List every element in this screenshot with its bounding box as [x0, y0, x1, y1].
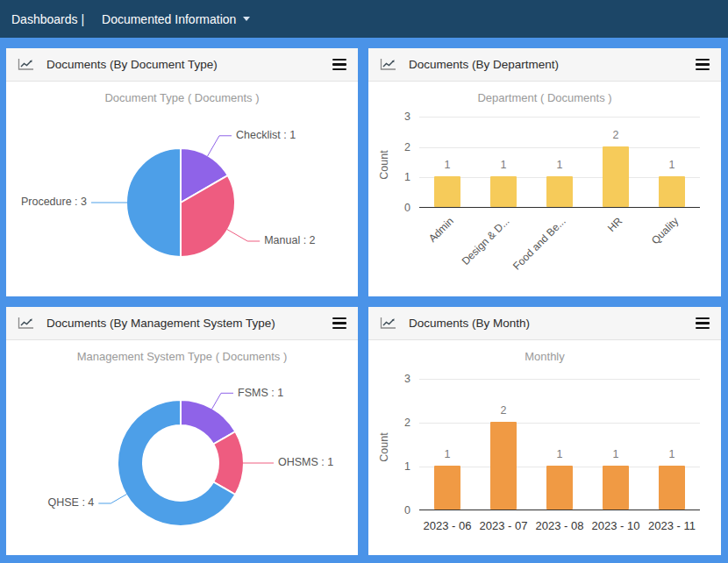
bar-value-label: 1 — [594, 448, 638, 460]
panel-documents-by-month: Documents (By Month) MonthlyCount0123120… — [368, 307, 721, 555]
bar[interactable] — [490, 176, 517, 207]
panel-header: Documents (By Document Type) — [6, 48, 358, 82]
chart-title: Monthly — [368, 350, 721, 363]
y-tick-label: 0 — [381, 201, 410, 215]
y-tick-label: 0 — [381, 503, 410, 517]
hamburger-menu-icon[interactable] — [696, 56, 710, 73]
panel-documents-by-management-system-type: Documents (By Management System Type) Ma… — [6, 307, 358, 555]
nav-dropdown-label: Documented Information — [102, 12, 236, 26]
y-tick-label: 1 — [381, 170, 410, 184]
pie-callout-line — [212, 393, 234, 409]
panel-title: Documents (By Document Type) — [46, 58, 218, 71]
x-tick-label-text: Quality — [649, 215, 681, 246]
bar[interactable] — [434, 176, 460, 207]
line-chart-icon — [380, 58, 396, 71]
chart-department-bar: Department ( Documents )Count01231Admin1… — [368, 82, 721, 296]
pie-svg: FSMS : 1OHSMS : 1QHSE : 4 — [6, 340, 358, 554]
panel-documents-by-department: Documents (By Department) Department ( D… — [368, 48, 721, 296]
x-tick-label: 2023 - 07 — [475, 519, 532, 532]
bar-value-label: 1 — [650, 448, 694, 460]
bar-value-label: 1 — [538, 448, 582, 460]
bar-value-label: 1 — [538, 159, 582, 171]
x-tick-label: 2023 - 06 — [419, 519, 475, 532]
chart-title: Department ( Documents ) — [368, 91, 721, 104]
pie-callout-label: QHSE : 4 — [48, 496, 95, 509]
y-tick-label: 3 — [381, 372, 410, 386]
hamburger-menu-icon[interactable] — [332, 315, 346, 331]
bar[interactable] — [434, 466, 460, 510]
gridline — [419, 379, 700, 380]
pie-callout-label: Procedure : 3 — [21, 196, 87, 208]
panel-title: Documents (By Department) — [409, 58, 559, 71]
line-chart-icon — [380, 317, 396, 330]
y-tick-label: 1 — [381, 460, 410, 474]
caret-down-icon — [243, 17, 250, 21]
chart-management-system-donut: Management System Type ( Documents )FSMS… — [6, 340, 358, 554]
y-tick-label: 3 — [381, 110, 410, 124]
y-tick-label: 2 — [381, 416, 410, 430]
x-tick-label: 2023 - 08 — [532, 519, 588, 532]
gridline — [419, 147, 700, 148]
y-axis-title-text: Count — [378, 432, 390, 461]
bar[interactable] — [659, 466, 685, 510]
nav-documented-information-dropdown[interactable]: Documented Information — [102, 12, 250, 26]
bar[interactable] — [659, 176, 685, 207]
pie-svg: Checklist : 1Manual : 2Procedure : 3 — [6, 82, 358, 296]
x-tick-label-text: HR — [605, 215, 625, 234]
bar-value-label: 2 — [482, 404, 525, 417]
bar-value-label: 1 — [650, 159, 694, 171]
gridline — [419, 423, 700, 424]
panel-header: Documents (By Department) — [368, 48, 721, 82]
hamburger-menu-icon[interactable] — [696, 315, 710, 331]
x-tick-label-text: Design & D... — [460, 215, 512, 267]
pie-callout-line — [98, 495, 126, 504]
bar[interactable] — [603, 466, 629, 510]
y-tick-label: 2 — [381, 140, 410, 154]
pie-callout-label: OHSMS : 1 — [278, 456, 333, 468]
x-tick-label-text: Food and Be... — [510, 215, 568, 273]
pie-callout-line — [208, 136, 232, 156]
bar-value-label: 1 — [482, 159, 525, 171]
chart-document-type-pie: Document Type ( Documents )Checklist : 1… — [6, 82, 358, 296]
pie-callout-label: Manual : 2 — [264, 234, 315, 246]
pie-callout-label: Checklist : 1 — [236, 129, 296, 141]
pie-callout-line — [227, 230, 260, 242]
pie-slice[interactable] — [126, 148, 181, 257]
bar[interactable] — [490, 422, 517, 510]
panel-documents-by-document-type: Documents (By Document Type) Document Ty… — [6, 48, 358, 296]
chart-monthly-bar: MonthlyCount012312023 - 0622023 - 071202… — [368, 340, 721, 554]
line-chart-icon — [18, 317, 34, 330]
line-chart-icon — [18, 58, 34, 71]
hamburger-menu-icon[interactable] — [332, 56, 346, 73]
pie-callout-label: FSMS : 1 — [238, 387, 283, 399]
dashboard-page: Dashboards | Documented Information Docu… — [0, 0, 728, 563]
x-tick-label: 2023 - 11 — [644, 519, 700, 532]
bar[interactable] — [603, 146, 629, 207]
bar[interactable] — [546, 466, 573, 510]
panel-title: Documents (By Month) — [409, 317, 530, 330]
bar-plot-area: 01231Admin1Design & D...1Food and Be...2… — [419, 117, 700, 208]
x-tick-label: 2023 - 10 — [588, 519, 644, 532]
panel-header: Documents (By Management System Type) — [6, 307, 358, 340]
x-tick-label-text: Admin — [426, 215, 456, 245]
bar-value-label: 1 — [425, 159, 469, 171]
panel-title: Documents (By Management System Type) — [46, 317, 275, 330]
top-navbar: Dashboards | Documented Information — [0, 0, 728, 38]
bar-value-label: 2 — [594, 129, 638, 141]
gridline — [419, 117, 700, 118]
panel-header: Documents (By Month) — [368, 307, 721, 340]
bar-plot-area: 012312023 - 0622023 - 0712023 - 0812023 … — [419, 379, 700, 510]
bar[interactable] — [546, 176, 573, 207]
bar-value-label: 1 — [425, 448, 469, 460]
nav-dashboards-link[interactable]: Dashboards | — [11, 12, 84, 26]
